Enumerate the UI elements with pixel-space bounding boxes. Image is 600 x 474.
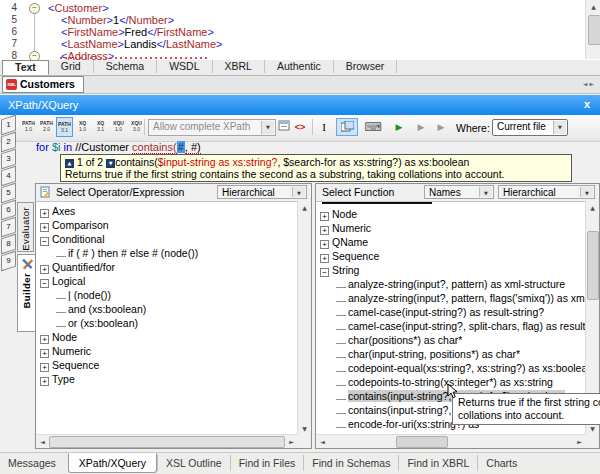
dock-window-icon[interactable] xyxy=(276,118,292,136)
version-button-xqu-3.0[interactable]: XQU3.0 xyxy=(128,117,145,137)
expand-icon[interactable]: + xyxy=(40,363,49,372)
expand-icon[interactable]: + xyxy=(320,226,329,235)
scroll-up-icon[interactable]: ▲ xyxy=(298,201,311,214)
function-tree-item[interactable]: −String xyxy=(316,263,586,277)
operator-vertical-scrollbar[interactable]: ▲ ▼ xyxy=(297,201,311,435)
scroll-down-icon[interactable]: ▼ xyxy=(298,422,311,435)
operator-tree-item[interactable]: or (xs:boolean) xyxy=(36,316,298,330)
tab-evaluator[interactable]: Evaluator xyxy=(17,202,34,252)
scroll-right-icon[interactable]: ► xyxy=(573,435,586,448)
scroll-left-icon[interactable]: ◄ xyxy=(36,435,49,448)
operator-tree-item[interactable]: if ( # ) then # else # (node()) xyxy=(36,246,298,260)
function-tree-item[interactable]: +Sequence xyxy=(316,249,586,263)
view-tab-authentic[interactable]: Authentic xyxy=(265,60,334,73)
text-cursor-icon[interactable]: I xyxy=(316,118,332,136)
scroll-left-icon[interactable]: ◄ xyxy=(316,435,329,448)
scroll-left-icon[interactable]: ◄ xyxy=(583,80,588,87)
output-tab-messages[interactable]: Messages xyxy=(0,455,64,471)
view-tab-schema[interactable]: Schema xyxy=(94,60,158,73)
output-tab-find-in-files[interactable]: Find in Files xyxy=(230,455,304,471)
function-names-dropdown[interactable]: Names ▼ xyxy=(424,185,494,199)
version-button-xq-3.1[interactable]: XQ3.1 xyxy=(92,117,109,137)
xml-text-editor[interactable]: 4−<Customer>5<Number>1</Number>6<FirstNa… xyxy=(0,0,600,60)
operator-horizontal-scrollbar[interactable]: ◄ ► xyxy=(36,434,298,448)
scrollbar-thumb[interactable] xyxy=(587,231,599,300)
function-tree-item[interactable]: char(positions*) as char* xyxy=(316,333,586,347)
operator-tree-item[interactable]: +Axes xyxy=(36,204,298,218)
expand-icon[interactable]: + xyxy=(320,212,329,221)
collapse-icon[interactable]: − xyxy=(40,237,49,246)
expand-icon[interactable]: + xyxy=(40,265,49,274)
operator-tree-item[interactable]: | (node()) xyxy=(36,288,298,302)
scroll-up-icon[interactable]: ▲ xyxy=(586,201,599,214)
keyboard-icon[interactable]: ⌨ xyxy=(362,118,384,136)
tab-scroll-arrows[interactable]: ◄ ► xyxy=(583,80,594,87)
function-tree-item[interactable]: analyze-string(input?, pattern, flags('s… xyxy=(316,291,586,305)
scrollbar-thumb[interactable] xyxy=(588,15,600,45)
function-horizontal-scrollbar[interactable]: ◄ ► xyxy=(316,434,586,448)
expand-icon[interactable]: + xyxy=(40,223,49,232)
tab-customers[interactable]: XMLCustomers xyxy=(2,76,84,93)
operator-view-dropdown[interactable]: Hierarchical ▼ xyxy=(217,185,307,199)
function-tree-item[interactable]: +Node xyxy=(316,207,586,221)
view-tab-browser[interactable]: Browser xyxy=(334,60,398,73)
function-tree-item[interactable]: camel-case(input-string?, split-chars, f… xyxy=(316,319,586,333)
view-tab-wsdl[interactable]: WSDL xyxy=(157,60,212,73)
xpath-panel-titlebar[interactable]: XPath/XQuery x xyxy=(0,95,600,115)
close-icon[interactable]: x xyxy=(584,95,590,114)
output-tab-xpath-xquery[interactable]: XPath/XQuery xyxy=(68,453,157,473)
evaluate-run-icon[interactable]: ▶ xyxy=(390,118,408,136)
fold-collapse-icon[interactable]: − xyxy=(29,3,40,14)
expand-icon[interactable]: + xyxy=(320,240,329,249)
scrollbar-thumb[interactable] xyxy=(49,436,285,448)
xpath-mode-dropdown[interactable]: Allow complete XPath ▼ xyxy=(148,119,276,136)
function-tree-item[interactable]: codepoint-equal(xs:string?, xs:string?) … xyxy=(316,361,586,375)
prev-signature-button[interactable]: ▲ xyxy=(65,159,74,168)
version-button-xqu-1.0[interactable]: XQU1.0 xyxy=(110,117,127,137)
where-scope-dropdown[interactable]: Current file ▼ xyxy=(492,119,568,136)
output-tab-find-in-schemas[interactable]: Find in Schemas xyxy=(303,455,398,471)
scroll-right-icon[interactable]: ► xyxy=(285,435,298,448)
version-button-path-2.0[interactable]: PATH2.0 xyxy=(38,117,55,137)
expand-icon[interactable]: + xyxy=(40,209,49,218)
fold-collapse-icon[interactable]: − xyxy=(29,51,40,60)
step-run-icon[interactable]: ▶ xyxy=(432,118,450,136)
operator-tree-item[interactable]: +Sequence xyxy=(36,358,298,372)
output-tab-xsl-outline[interactable]: XSL Outline xyxy=(157,455,230,471)
version-button-path-1.0[interactable]: PATH1.0 xyxy=(20,117,37,137)
debug-run-icon[interactable]: ▶ xyxy=(412,118,430,136)
xml-source-icon[interactable]: <> xyxy=(292,118,308,136)
output-tab-charts[interactable]: Charts xyxy=(477,455,525,471)
view-tab-grid[interactable]: Grid xyxy=(49,60,94,73)
operator-tree-item[interactable]: +Type xyxy=(36,372,298,386)
view-tab-xbrl[interactable]: XBRL xyxy=(213,60,265,73)
operator-tree-item[interactable]: −Conditional xyxy=(36,232,298,246)
output-tab-find-in-xbrl[interactable]: Find in XBRL xyxy=(398,455,477,471)
expand-icon[interactable]: + xyxy=(40,377,49,386)
expression-slot-tab-9[interactable]: 9 xyxy=(1,251,16,272)
version-button-xq-1.0[interactable]: XQ1.0 xyxy=(74,117,91,137)
function-tree-item[interactable]: +Numeric xyxy=(316,221,586,235)
operator-tree-item[interactable]: +Comparison xyxy=(36,218,298,232)
expand-icon[interactable]: + xyxy=(40,335,49,344)
xpath-expression-input[interactable]: for $i in //Customer contains(#, #) xyxy=(36,141,201,154)
next-signature-button[interactable]: ▼ xyxy=(106,159,115,168)
builder-mode-button[interactable] xyxy=(336,118,358,136)
scroll-up-icon[interactable]: ▲ xyxy=(587,0,600,13)
expand-icon[interactable]: + xyxy=(320,254,329,263)
editor-vertical-scrollbar[interactable]: ▲ xyxy=(585,0,600,59)
operator-tree-item[interactable]: and (xs:boolean) xyxy=(36,302,298,316)
selected-placeholder[interactable]: # xyxy=(177,141,185,153)
operator-tree-item[interactable]: +Numeric xyxy=(36,344,298,358)
expand-icon[interactable]: + xyxy=(40,349,49,358)
scrollbar-thumb[interactable] xyxy=(396,436,448,448)
tab-builder[interactable]: Builder xyxy=(17,254,36,332)
operator-tree-item[interactable]: +Node xyxy=(36,330,298,344)
operator-tree-item[interactable]: +Quantified/for xyxy=(36,260,298,274)
collapse-icon[interactable]: − xyxy=(320,268,329,277)
function-tree-item[interactable]: camel-case(input-string?) as result-stri… xyxy=(316,305,586,319)
scroll-right-icon[interactable]: ► xyxy=(589,80,594,87)
collapse-icon[interactable]: − xyxy=(40,279,49,288)
operator-tree-item[interactable]: −Logical xyxy=(36,274,298,288)
function-tree-item[interactable]: analyze-string(input?, pattern) as xml-s… xyxy=(316,277,586,291)
